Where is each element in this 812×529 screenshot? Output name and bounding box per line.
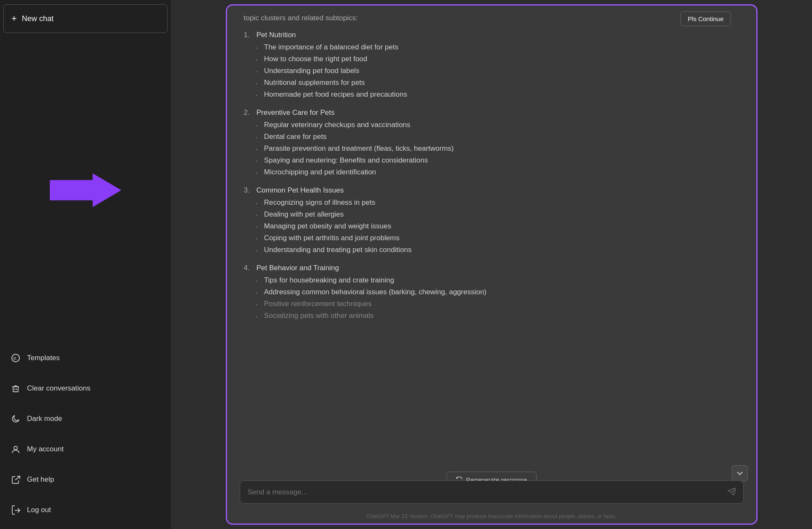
subtopic-text: Dealing with pet allergies — [264, 210, 344, 219]
logout-icon — [10, 505, 21, 515]
topic-section-1: 1. Pet Nutrition · The importance of a b… — [244, 31, 739, 101]
subtopic-text: Dental care for pets — [264, 133, 327, 141]
list-item: · Spaying and neutering: Benefits and co… — [256, 155, 739, 167]
topic-number-1: 1. Pet Nutrition — [244, 31, 739, 39]
subtopic-text: Regular veterinary checkups and vaccinat… — [264, 121, 411, 129]
bullet-icon: · — [256, 246, 260, 255]
subtopic-list-1: · The importance of a balanced diet for … — [244, 42, 739, 101]
list-item: · Addressing common behavioral issues (b… — [256, 287, 739, 298]
sidebar-item-label: Clear conversations — [27, 384, 90, 393]
topic-number-4: 4. Pet Behavior and Training — [244, 264, 739, 272]
bullet-icon: · — [256, 300, 260, 309]
new-chat-label: New chat — [22, 14, 54, 23]
list-item: · Tips for housebreaking and crate train… — [256, 275, 739, 287]
bullet-icon: · — [256, 121, 260, 130]
svg-marker-9 — [728, 488, 736, 495]
input-wrapper — [240, 480, 744, 504]
subtopic-text: Understanding pet food labels — [264, 67, 360, 75]
subtopic-text: Parasite prevention and treatment (fleas… — [264, 144, 454, 153]
subtopic-text: Coping with pet arthritis and joint prob… — [264, 234, 400, 242]
bullet-icon: · — [256, 43, 260, 52]
topic-section-4: 4. Pet Behavior and Training · Tips for … — [244, 264, 739, 322]
subtopic-text: Homemade pet food recipes and precaution… — [264, 90, 407, 99]
plus-icon: + — [11, 13, 17, 24]
message-input[interactable] — [248, 488, 727, 496]
list-item: · Dealing with pet allergies — [256, 209, 739, 221]
sidebar-item-label: Templates — [27, 354, 60, 362]
bullet-icon: · — [256, 288, 260, 297]
subtopic-text: Microchipping and pet identification — [264, 168, 376, 176]
topic-number-3: 3. Common Pet Health Issues — [244, 186, 739, 195]
section-title: Pet Behavior and Training — [257, 264, 339, 272]
new-chat-button[interactable]: + New chat — [3, 4, 168, 33]
sidebar-item-account[interactable]: My account — [3, 434, 168, 464]
bullet-icon: · — [256, 312, 260, 321]
list-item: · Recognizing signs of illness in pets — [256, 197, 739, 209]
subtopic-text: Spaying and neutering: Benefits and cons… — [264, 156, 428, 165]
sidebar: + New chat K Templates — [0, 0, 171, 529]
list-item: · Understanding pet food labels — [256, 65, 739, 77]
list-item: · Understanding and treating pet skin co… — [256, 244, 739, 256]
svg-rect-2 — [13, 387, 18, 392]
list-item: · Microchipping and pet identification — [256, 167, 739, 179]
list-item: · Coping with pet arthritis and joint pr… — [256, 233, 739, 244]
user-icon — [10, 444, 21, 455]
subtopic-text: Addressing common behavioral issues (bar… — [264, 288, 487, 296]
subtopic-text: Nutritional supplements for pets — [264, 79, 365, 87]
sidebar-item-templates[interactable]: K Templates — [3, 343, 168, 373]
sidebar-item-darkmode[interactable]: Dark mode — [3, 404, 168, 434]
send-icon[interactable] — [727, 487, 736, 497]
sidebar-item-logout[interactable]: Log out — [3, 495, 168, 525]
bullet-icon: · — [256, 234, 260, 243]
topic-number-2: 2. Preventive Care for Pets — [244, 109, 739, 117]
bullet-icon: · — [256, 277, 260, 285]
truncated-text: topic clusters and related subtopics: — [244, 14, 739, 22]
sidebar-bottom: K Templates Clear conversations — [3, 343, 168, 525]
arrow-right-icon — [50, 174, 122, 207]
section-num: 4. — [244, 264, 253, 272]
list-item: · How to choose the right pet food — [256, 54, 739, 65]
list-item: · The importance of a balanced diet for … — [256, 42, 739, 54]
svg-text:K: K — [14, 356, 17, 361]
bullet-icon: · — [256, 168, 260, 177]
list-item: · Positive reinforcement techniques — [256, 298, 739, 310]
arrow-area — [3, 37, 168, 343]
svg-point-5 — [14, 446, 17, 450]
subtopic-text: Managing pet obesity and weight issues — [264, 222, 391, 231]
section-title: Preventive Care for Pets — [257, 109, 335, 117]
subtopic-list-4: · Tips for housebreaking and crate train… — [244, 275, 739, 322]
list-item: · Socializing pets with other animals — [256, 310, 739, 322]
subtopic-text-faded: Positive reinforcement techniques — [264, 300, 372, 308]
sidebar-item-label: Get help — [27, 475, 54, 484]
sidebar-item-clear[interactable]: Clear conversations — [3, 374, 168, 403]
trash-icon — [10, 383, 21, 394]
sidebar-item-label: My account — [27, 445, 64, 453]
list-item: · Regular veterinary checkups and vaccin… — [256, 119, 739, 131]
subtopic-text: The importance of a balanced diet for pe… — [264, 43, 398, 52]
sidebar-item-help[interactable]: Get help — [3, 465, 168, 494]
section-title: Pet Nutrition — [257, 31, 296, 39]
bullet-icon: · — [256, 67, 260, 76]
subtopic-list-2: · Regular veterinary checkups and vaccin… — [244, 119, 739, 179]
bullet-icon: · — [256, 211, 260, 220]
bullet-icon: · — [256, 157, 260, 165]
subtopic-text: Recognizing signs of illness in pets — [264, 198, 376, 207]
chat-content: topic clusters and related subtopics: 1.… — [227, 5, 756, 474]
subtopic-list-3: · Recognizing signs of illness in pets ·… — [244, 197, 739, 256]
subtopic-text: Understanding and treating pet skin cond… — [264, 246, 412, 254]
templates-icon: K — [10, 353, 21, 364]
subtopic-text: How to choose the right pet food — [264, 55, 368, 63]
section-num: 3. — [244, 186, 253, 195]
bullet-icon: · — [256, 91, 260, 100]
chat-container: Pls Continue topic clusters and related … — [226, 4, 758, 525]
bullet-icon: · — [256, 222, 260, 231]
section-num: 1. — [244, 31, 253, 39]
input-area — [227, 474, 756, 510]
list-item: · Homemade pet food recipes and precauti… — [256, 89, 739, 101]
section-title: Common Pet Health Issues — [257, 186, 344, 195]
moon-icon — [10, 413, 21, 424]
topic-section-3: 3. Common Pet Health Issues · Recognizin… — [244, 186, 739, 256]
list-item: · Nutritional supplements for pets — [256, 77, 739, 89]
svg-line-6 — [15, 476, 20, 480]
bullet-icon: · — [256, 199, 260, 208]
